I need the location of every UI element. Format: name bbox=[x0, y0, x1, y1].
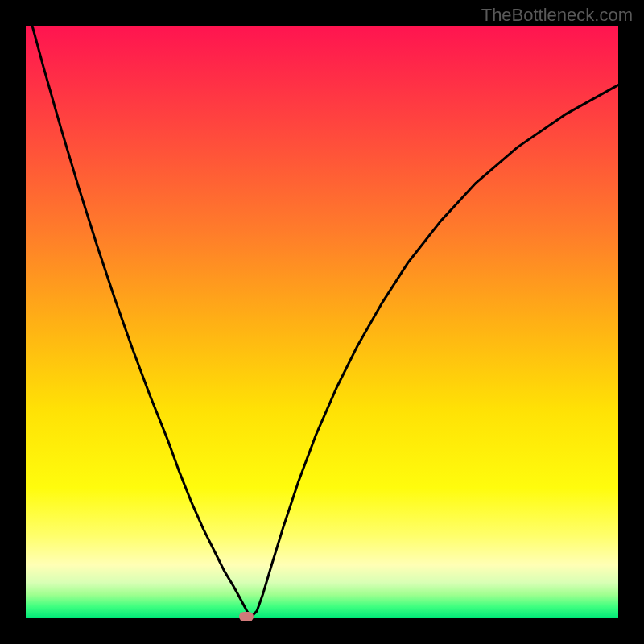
watermark-text: TheBottleneck.com bbox=[481, 5, 633, 26]
bottleneck-curve bbox=[26, 26, 618, 618]
optimum-marker bbox=[239, 612, 254, 621]
chart-plot-area bbox=[26, 26, 618, 618]
